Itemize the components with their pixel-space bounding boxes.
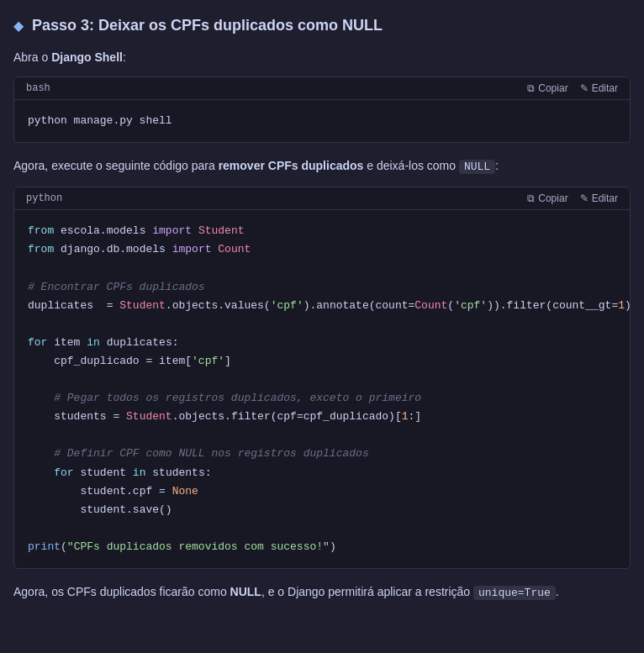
py-line-1: from escola.models import Student	[28, 222, 616, 240]
py-line-13: # Definir CPF como NULL nos registros du…	[28, 445, 616, 463]
intro-text-1-end: :	[123, 50, 126, 64]
py-line-4: # Encontrar CPFs duplicados	[28, 278, 616, 297]
py-line-18: print("CPFs duplicados removidos com suc…	[28, 538, 616, 556]
prose-2-end: :	[495, 159, 499, 172]
py-line-8: cpf_duplicado = item['cpf']	[28, 352, 616, 371]
python-edit-label: Editar	[592, 192, 618, 204]
python-code-block: python ⧉ Copiar ✎ Editar from escola.mod…	[13, 187, 631, 569]
py-line-7: for item in duplicates:	[28, 334, 616, 352]
py-line-6	[28, 315, 616, 334]
bash-edit-button[interactable]: ✎ Editar	[580, 82, 618, 94]
footer-text-2: , e o Django permitirá aplicar a restriç…	[261, 585, 473, 598]
prose-2-text-2: e deixá-los como	[363, 159, 459, 172]
footer-end: .	[556, 585, 559, 598]
python-copy-label: Copiar	[538, 192, 567, 204]
python-code-actions: ⧉ Copiar ✎ Editar	[527, 192, 618, 204]
intro-bold-1: Django Shell	[51, 50, 123, 64]
bash-code-actions: ⧉ Copiar ✎ Editar	[527, 82, 618, 94]
bash-copy-label: Copiar	[538, 82, 567, 94]
bash-code-header: bash ⧉ Copiar ✎ Editar	[14, 77, 630, 100]
prose-2-bold: remover CPFs duplicados	[219, 159, 364, 172]
null-inline-code: NULL	[459, 160, 495, 174]
edit-icon-2: ✎	[580, 192, 589, 204]
py-line-16: student.save()	[28, 501, 616, 519]
py-line-15: student.cpf = None	[28, 482, 616, 501]
py-line-10: # Pegar todos os registros duplicados, e…	[28, 389, 616, 408]
unique-true-inline-code: unique=True	[473, 586, 556, 600]
py-line-2: from django.db.models import Count	[28, 240, 616, 259]
python-code-body: from escola.models import Student from d…	[14, 210, 630, 568]
copy-icon-2: ⧉	[527, 192, 535, 204]
python-lang-label: python	[26, 192, 62, 204]
footer-paragraph: Agora, os CPFs duplicados ficarão como N…	[13, 582, 631, 603]
footer-bold: NULL	[230, 585, 261, 598]
py-line-5: duplicates = Student.objects.values('cpf…	[28, 297, 616, 315]
prose-2: Agora, execute o seguinte código para re…	[13, 156, 631, 176]
bash-copy-button[interactable]: ⧉ Copiar	[527, 82, 567, 94]
py-line-3	[28, 259, 616, 277]
py-line-14: for student in students:	[28, 464, 616, 482]
py-line-9	[28, 371, 616, 389]
step-heading: ◆ Passo 3: Deixar os CPFs duplicados com…	[13, 17, 631, 34]
step-title-text: Passo 3: Deixar os CPFs duplicados como …	[32, 17, 383, 34]
intro-paragraph: Abra o Django Shell:	[13, 48, 631, 66]
bash-code-block: bash ⧉ Copiar ✎ Editar python manage.py …	[13, 76, 631, 143]
diamond-icon: ◆	[13, 18, 24, 34]
bash-code-body: python manage.py shell	[14, 100, 630, 142]
bash-lang-label: bash	[26, 82, 50, 94]
python-edit-button[interactable]: ✎ Editar	[580, 192, 618, 204]
py-line-11: students = Student.objects.filter(cpf=cp…	[28, 408, 616, 426]
py-line-12	[28, 426, 616, 445]
python-code-header: python ⧉ Copiar ✎ Editar	[14, 187, 630, 210]
bash-code-line: python manage.py shell	[28, 112, 616, 130]
bash-edit-label: Editar	[592, 82, 618, 94]
footer-text-1: Agora, os CPFs duplicados ficarão como	[13, 585, 230, 598]
py-line-17	[28, 519, 616, 538]
edit-icon: ✎	[580, 82, 589, 94]
intro-text-1: Abra o	[13, 50, 51, 64]
prose-2-text-1: Agora, execute o seguinte código para	[13, 159, 219, 172]
python-copy-button[interactable]: ⧉ Copiar	[527, 192, 567, 204]
copy-icon: ⧉	[527, 82, 535, 94]
